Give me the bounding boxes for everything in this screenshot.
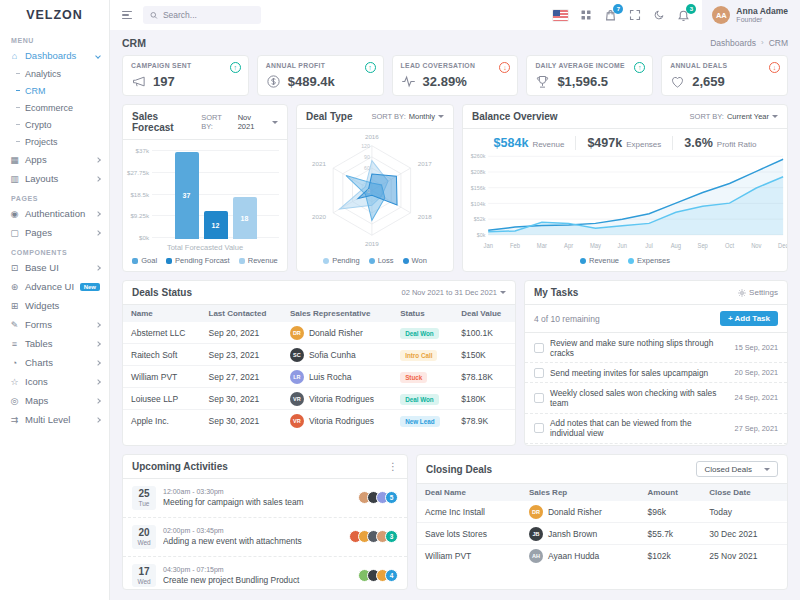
table-row[interactable]: William PVT AHAyaan Hudda $102k25 Nov 20… xyxy=(417,545,787,567)
activity-date: 17 Wed xyxy=(132,564,156,588)
deal-type-radar-chart: 20162017201820192020202112090600 xyxy=(297,129,453,254)
caret-down-icon xyxy=(438,115,444,118)
sidebar-item-crypto[interactable]: Crypto xyxy=(0,116,109,133)
chevron-right-icon xyxy=(95,176,101,182)
sidebar-item-projects[interactable]: Projects xyxy=(0,133,109,150)
deal-type-legend: Pending Loss Won xyxy=(297,254,453,271)
web-apps-button[interactable] xyxy=(580,9,592,21)
table-row[interactable]: Save lots Stores JBJansh Brown $55.7k30 … xyxy=(417,523,787,545)
sidebar-item-apps[interactable]: ▦ Apps xyxy=(0,150,109,169)
balance-y-tick: $156k xyxy=(471,185,486,191)
balance-overview-legend: Revenue Expenses xyxy=(463,254,787,271)
notifications-button[interactable]: 3 xyxy=(677,9,690,22)
search-input[interactable] xyxy=(163,10,254,20)
breadcrumb-dashboards[interactable]: Dashboards xyxy=(710,38,756,48)
search-box[interactable] xyxy=(143,6,261,24)
radar-tick-label: 60 xyxy=(364,165,370,171)
sidebar-item-widgets[interactable]: ⊞ Widgets xyxy=(0,296,109,315)
sidebar-item-base-ui[interactable]: ⊡ Base UI xyxy=(0,258,109,277)
radar-axis-label: 2018 xyxy=(418,213,432,220)
trend-up-icon: ↑ xyxy=(230,62,241,73)
task-item: Move stuff to another page 27 Sep, 2021 xyxy=(525,444,787,446)
avatar: JB xyxy=(529,527,543,541)
sales-forecast-sort-dropdown[interactable]: SORT BY: Nov 2021 xyxy=(201,113,278,131)
app-logo[interactable]: VELZON xyxy=(0,0,109,30)
table-row[interactable]: Apple Inc.Sep 30, 2021 VRVitoria Rodrigu… xyxy=(123,410,515,432)
balance-x-tick: Dec xyxy=(778,241,787,248)
task-checkbox[interactable] xyxy=(534,368,544,378)
sidebar-item-ecommerce[interactable]: Ecommerce xyxy=(0,99,109,116)
apps-icon: ▦ xyxy=(9,155,20,165)
main-area: 7 3 AA Anna Adame Founder xyxy=(110,0,800,600)
table-row[interactable]: Acme Inc Install DRDonald Risher $96kTod… xyxy=(417,501,787,523)
task-checkbox[interactable] xyxy=(534,343,544,353)
task-checkbox[interactable] xyxy=(534,393,544,403)
deal-type-sort-dropdown[interactable]: SORT BY: Monthly xyxy=(371,112,444,121)
moon-icon xyxy=(653,9,665,21)
tasks-settings-button[interactable]: Settings xyxy=(738,288,778,297)
dark-mode-button[interactable] xyxy=(653,9,665,21)
add-task-button[interactable]: + Add Task xyxy=(720,311,778,326)
breadcrumb: Dashboards › CRM xyxy=(710,38,788,48)
chevron-right-icon xyxy=(95,211,101,217)
sidebar-item-pages[interactable]: ▢ Pages xyxy=(0,223,109,242)
sales-forecast-bars: 37 12 18 xyxy=(152,148,279,239)
balance-x-tick: Jul xyxy=(645,241,652,248)
avatar: DR xyxy=(290,326,304,340)
user-name: Anna Adame xyxy=(736,6,788,16)
task-checkbox[interactable] xyxy=(534,423,544,433)
sidebar-item-crm[interactable]: CRM xyxy=(0,82,109,99)
table-row[interactable]: Absternet LLCSep 20, 2021 DRDonald Rishe… xyxy=(123,322,515,344)
sidebar-item-charts[interactable]: ◔ Charts xyxy=(0,353,109,372)
sidebar-item-advance-ui[interactable]: ⊛ Advance UI New xyxy=(0,277,109,296)
deal-name: Absternet LLC xyxy=(123,322,201,344)
sidebar-item-analytics[interactable]: Analytics xyxy=(0,65,109,82)
balance-x-tick: Apr xyxy=(564,241,573,248)
chevron-right-icon xyxy=(95,322,101,328)
status-badge: Deal Won xyxy=(400,394,439,405)
base-ui-icon: ⊡ xyxy=(9,263,20,273)
table-row[interactable]: Loiusee LLPSep 30, 2021 VRVitoria Rodrig… xyxy=(123,388,515,410)
chevron-down-icon xyxy=(95,53,101,59)
sidebar: VELZON MENU ⌂ Dashboards Analytics CRM E… xyxy=(0,0,110,600)
kebab-menu-icon[interactable]: ⋮ xyxy=(388,462,398,472)
my-tasks-card: My Tasks Settings 4 of 10 remaining + Ad… xyxy=(524,280,788,446)
sidebar-item-authentication[interactable]: ◉ Authentication xyxy=(0,204,109,223)
closing-deals-title: Closing Deals xyxy=(426,464,492,475)
balance-x-tick: Feb xyxy=(510,241,521,248)
sidebar-item-multi-level[interactable]: ⇉ Multi Level xyxy=(0,410,109,429)
pulse-icon xyxy=(401,74,416,89)
language-flag-button[interactable] xyxy=(553,10,568,21)
hamburger-menu-button[interactable] xyxy=(120,9,134,22)
deals-date-range-dropdown[interactable]: 02 Nov 2021 to 31 Dec 2021 xyxy=(402,288,507,297)
sidebar-section-components: COMPONENTS xyxy=(0,242,109,258)
trend-down-icon: ↓ xyxy=(769,62,780,73)
cart-button[interactable]: 7 xyxy=(604,9,617,22)
avatar: VR xyxy=(290,392,304,406)
table-row[interactable]: Raitech SoftSep 23, 2021 SCSofia Cunha I… xyxy=(123,344,515,366)
sidebar-item-icons[interactable]: ☆ Icons xyxy=(0,372,109,391)
table-row[interactable]: William PVTSep 27, 2021 LRLuis Rocha Stu… xyxy=(123,366,515,388)
closed-deals-filter-select[interactable]: Closed Deals xyxy=(696,461,778,477)
balance-y-tick: $104k xyxy=(471,200,486,206)
user-menu[interactable]: AA Anna Adame Founder xyxy=(702,0,800,30)
sidebar-item-maps[interactable]: ◎ Maps xyxy=(0,391,109,410)
avatar-group: 5 xyxy=(358,491,398,504)
status-badge: Deal Won xyxy=(400,328,439,339)
user-avatar: AA xyxy=(712,6,730,24)
sidebar-item-tables[interactable]: ≡ Tables xyxy=(0,334,109,353)
sidebar-item-dashboards[interactable]: ⌂ Dashboards xyxy=(0,46,109,65)
balance-overview-sort-dropdown[interactable]: SORT BY: Current Year xyxy=(690,112,778,121)
gear-icon xyxy=(738,289,746,297)
dollar-circle-icon xyxy=(266,74,281,89)
bar-pending-forcast: 12 xyxy=(204,211,228,239)
balance-x-tick: Nov xyxy=(751,241,762,248)
bottom-row: Upcoming Activities ⋮ 25 Tue 12:00am - 0… xyxy=(122,454,788,590)
charts-row: Sales Forecast SORT BY: Nov 2021 $37k $2… xyxy=(122,104,788,272)
sidebar-item-forms[interactable]: ✎ Forms xyxy=(0,315,109,334)
deals-status-table: Name Last Contacted Sales Representative… xyxy=(123,305,515,431)
fullscreen-button[interactable] xyxy=(629,9,641,21)
sidebar-item-layouts[interactable]: ▥ Layouts xyxy=(0,169,109,188)
avatar: SC xyxy=(290,348,304,362)
chevron-right-icon xyxy=(95,417,101,423)
